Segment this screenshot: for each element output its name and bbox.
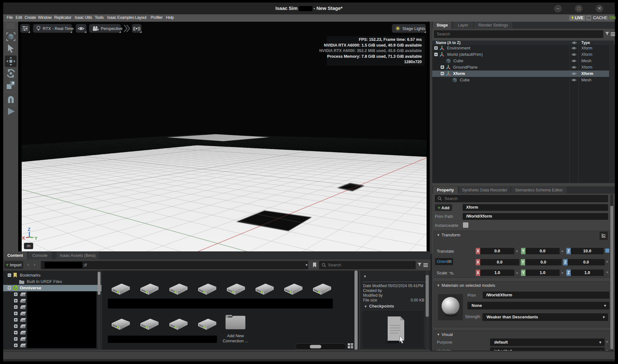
svg-text:Z: Z: [28, 227, 31, 232]
svg-text:Y: Y: [34, 236, 38, 241]
svg-text:X: X: [22, 235, 25, 241]
